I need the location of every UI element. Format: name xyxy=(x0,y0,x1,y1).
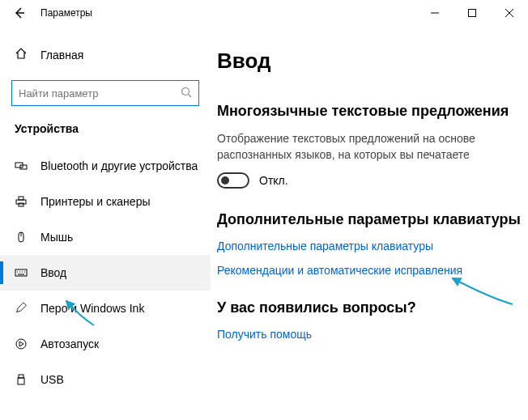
sidebar-item-pen[interactable]: Перо и Windows Ink xyxy=(0,291,211,326)
maximize-icon xyxy=(468,9,476,17)
sidebar-item-printers[interactable]: Принтеры и сканеры xyxy=(0,184,211,219)
svg-rect-1 xyxy=(469,10,476,17)
main-content: Ввод Многоязычные текстовые предложения … xyxy=(211,26,528,420)
toggle-label: Откл. xyxy=(259,174,288,187)
section-multilang-desc: Отображение текстовых предложений на осн… xyxy=(217,131,522,163)
sidebar-item-label: Принтеры и сканеры xyxy=(40,195,150,208)
sidebar-item-label: Ввод xyxy=(40,266,66,279)
sidebar-home[interactable]: Главная xyxy=(0,40,211,69)
link-advanced-keyboard[interactable]: Дополнительные параметры клавиатуры xyxy=(217,240,522,252)
back-arrow-icon xyxy=(13,6,26,19)
search-icon xyxy=(181,87,192,100)
svg-line-5 xyxy=(189,94,192,97)
svg-rect-21 xyxy=(18,378,24,384)
sidebar-item-autoplay[interactable]: Автозапуск xyxy=(0,326,211,362)
sidebar-item-mouse[interactable]: Мышь xyxy=(0,219,211,255)
page-title: Ввод xyxy=(217,49,522,74)
svg-rect-20 xyxy=(19,375,23,378)
mouse-icon xyxy=(15,231,32,244)
sidebar-item-label: Перо и Windows Ink xyxy=(40,302,144,315)
sidebar: Главная Устройства Bluetooth и другие ус… xyxy=(0,26,211,420)
sidebar-item-bluetooth[interactable]: Bluetooth и другие устройства xyxy=(0,148,211,184)
back-button[interactable] xyxy=(8,2,31,24)
titlebar: Параметры xyxy=(0,0,528,26)
autoplay-icon xyxy=(15,337,32,350)
section-multilang-title: Многоязычные текстовые предложения xyxy=(217,103,522,120)
home-icon xyxy=(15,47,32,62)
sidebar-item-label: Автозапуск xyxy=(40,337,99,350)
sidebar-home-label: Главная xyxy=(40,49,83,62)
search-box[interactable] xyxy=(11,80,199,106)
svg-rect-13 xyxy=(15,269,27,276)
close-icon xyxy=(505,9,513,17)
sidebar-item-label: USB xyxy=(40,373,64,386)
multilang-toggle[interactable] xyxy=(217,172,249,189)
sidebar-section-title: Устройства xyxy=(0,119,211,148)
printer-icon xyxy=(15,195,32,208)
pen-icon xyxy=(15,302,32,315)
usb-icon xyxy=(15,373,32,386)
window-title: Параметры xyxy=(40,7,92,19)
svg-point-4 xyxy=(182,87,189,95)
sidebar-item-usb[interactable]: USB xyxy=(0,362,211,397)
window-controls xyxy=(416,0,528,26)
section-advanced-title: Дополнительные параметры клавиатуры xyxy=(217,211,522,228)
sidebar-item-label: Bluetooth и другие устройства xyxy=(40,159,198,172)
link-autocorrect[interactable]: Рекомендации и автоматические исправлени… xyxy=(217,264,522,277)
minimize-icon xyxy=(431,9,439,17)
keyboard-icon xyxy=(15,266,32,279)
sidebar-item-typing[interactable]: Ввод xyxy=(0,255,211,291)
section-help-title: У вас появились вопросы? xyxy=(217,299,522,316)
bluetooth-devices-icon xyxy=(15,159,32,172)
search-input[interactable] xyxy=(19,87,181,100)
maximize-button[interactable] xyxy=(453,0,491,26)
close-button[interactable] xyxy=(491,0,528,26)
minimize-button[interactable] xyxy=(416,0,453,26)
sidebar-item-label: Мышь xyxy=(40,231,73,244)
toggle-knob xyxy=(221,176,229,185)
svg-point-19 xyxy=(16,339,26,349)
link-get-help[interactable]: Получить помощь xyxy=(217,328,522,341)
svg-rect-9 xyxy=(19,197,23,200)
